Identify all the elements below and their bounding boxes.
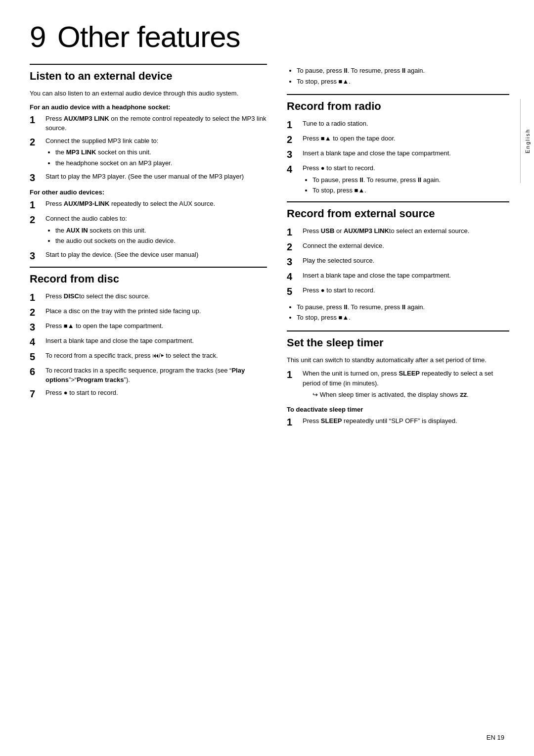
section-sleep-timer: Set the sleep timer: [287, 331, 509, 349]
list-item: 1 Tune to a radio station.: [287, 119, 509, 131]
list-item: 4 Insert a blank tape and close the tape…: [287, 271, 509, 283]
step-content: Connect the audio cables to: the AUX IN …: [45, 214, 267, 247]
step-content: Start to play the device. (See the devic…: [45, 250, 267, 260]
list-item: 1 Press DISCto select the disc source.: [30, 291, 267, 303]
step-number: 2: [30, 214, 44, 226]
sleep-steps-list: 1 When the unit is turned on, press SLEE…: [287, 369, 509, 401]
step-content: Press ● to start to record.: [45, 388, 267, 398]
list-item: 4 Insert a blank tape and close the tape…: [30, 336, 267, 348]
bullet-list: the AUX IN sockets on this unit. the aud…: [45, 226, 267, 246]
list-item: 1 Press SLEEP repeatedly until “SLP OFF”…: [287, 416, 509, 428]
left-column: Listen to an external device You can als…: [30, 64, 267, 433]
step-number: 1: [30, 291, 44, 303]
list-item: 3 Insert a blank tape and close the tape…: [287, 148, 509, 160]
step-number: 1: [287, 369, 301, 380]
step-content: Insert a blank tape and close the tape c…: [45, 336, 267, 346]
list-item: 4 Press ● to start to record. To pause, …: [287, 163, 509, 196]
list-item: 1 Press AUX/MP3-LINK repeatedly to selec…: [30, 199, 267, 211]
top-bullets: To pause, press II. To resume, press II …: [287, 66, 509, 86]
step-content: Press ■▲ to open the tape door.: [303, 134, 509, 143]
step-content: Press ■▲ to open the tape compartment.: [45, 321, 267, 331]
other-audio-steps-list: 1 Press AUX/MP3-LINK repeatedly to selec…: [30, 199, 267, 262]
step-number: 6: [30, 366, 44, 378]
step-number: 2: [287, 241, 301, 253]
radio-steps-list: 1 Tune to a radio station. 2 Press ■▲ to…: [287, 119, 509, 196]
list-item: 2 Place a disc on the tray with the prin…: [30, 306, 267, 318]
chapter-title: Other features: [57, 20, 240, 53]
list-item: 5 Press ● to start to record.: [287, 285, 509, 297]
deactivate-label: To deactivate sleep timer: [287, 406, 509, 413]
step-content: Connect the external device.: [303, 241, 509, 251]
step-content: Press ● to start to record.: [303, 285, 509, 295]
other-audio-label: For other audio devices:: [30, 189, 267, 196]
list-item: To stop, press ■▲.: [297, 313, 509, 323]
step-number: 2: [30, 306, 44, 318]
list-item: the headphone socket on an MP3 player.: [55, 158, 267, 168]
step-number: 1: [287, 416, 301, 428]
step-number: 3: [287, 256, 301, 268]
list-item: 3 Press ■▲ to open the tape compartment.: [30, 321, 267, 333]
sub-bullet-list: When sleep timer is activated, the displ…: [303, 390, 509, 400]
list-item: the MP3 LINK socket on this unit.: [55, 147, 267, 157]
list-item: To pause, press II. To resume, press II …: [297, 302, 509, 312]
section-record-disc: Record from disc: [30, 267, 267, 285]
step-content: Press USB or AUX/MP3 LINKto select an ex…: [303, 226, 509, 236]
list-item: 3 Start to play the MP3 player. (See the…: [30, 172, 267, 184]
step-content: Insert a blank tape and close the tape c…: [303, 148, 509, 158]
step-number: 1: [30, 114, 44, 126]
deactivate-steps-list: 1 Press SLEEP repeatedly until “SLP OFF”…: [287, 416, 509, 428]
step-content: Press SLEEP repeatedly until “SLP OFF” i…: [303, 416, 509, 426]
step-content: To record from a specific track, press ⏮…: [45, 351, 267, 361]
step-number: 1: [30, 199, 44, 211]
list-item: To pause, press II. To resume, press II …: [297, 66, 509, 76]
sidebar-label: English: [525, 129, 531, 153]
disc-steps-list: 1 Press DISCto select the disc source. 2…: [30, 291, 267, 400]
list-item: 1 Press USB or AUX/MP3 LINKto select an …: [287, 226, 509, 238]
chapter-number: 9: [30, 20, 45, 53]
bullet-list: To pause, press II. To resume, press II …: [303, 175, 509, 195]
external-bullets: To pause, press II. To resume, press II …: [287, 302, 509, 323]
step-content: Press AUX/MP3 LINK on the remote control…: [45, 114, 267, 133]
step-number: 3: [30, 250, 44, 262]
headphone-socket-label: For an audio device with a headphone soc…: [30, 103, 267, 111]
listen-intro: You can also listen to an external audio…: [30, 89, 267, 98]
list-item: To stop, press ■▲.: [312, 186, 509, 195]
section-record-radio: Record from radio: [287, 94, 509, 113]
right-column: To pause, press II. To resume, press II …: [287, 64, 509, 433]
step-number: 2: [287, 134, 301, 145]
step-content: To record tracks in a specific sequence,…: [45, 366, 267, 385]
page-footer: EN 19: [487, 734, 504, 741]
step-number: 3: [30, 321, 44, 333]
headphone-steps-list: 1 Press AUX/MP3 LINK on the remote contr…: [30, 114, 267, 184]
list-item: To stop, press ■▲.: [297, 77, 509, 87]
list-item: 2 Connect the external device.: [287, 241, 509, 253]
step-content: Press DISCto select the disc source.: [45, 291, 267, 301]
list-item: the audio out sockets on the audio devic…: [55, 236, 267, 246]
step-number: 5: [30, 351, 44, 363]
list-item: To pause, press II. To resume, press II …: [312, 175, 509, 185]
step-number: 5: [287, 285, 301, 297]
list-item: 5 To record from a specific track, press…: [30, 351, 267, 363]
list-item: 2 Connect the supplied MP3 link cable to…: [30, 136, 267, 169]
section-record-external: Record from external source: [287, 201, 509, 220]
list-item: 1 Press AUX/MP3 LINK on the remote contr…: [30, 114, 267, 133]
step-number: 3: [30, 172, 44, 184]
step-content: Press AUX/MP3-LINK repeatedly to select …: [45, 199, 267, 209]
step-number: 4: [287, 271, 301, 283]
list-item: 2 Press ■▲ to open the tape door.: [287, 134, 509, 145]
list-item: 6 To record tracks in a specific sequenc…: [30, 366, 267, 385]
step-number: 4: [287, 163, 301, 175]
step-content: Connect the supplied MP3 link cable to: …: [45, 136, 267, 169]
list-item: 3 Play the selected source.: [287, 256, 509, 268]
step-content: Press ● to start to record. To pause, pr…: [303, 163, 509, 196]
step-number: 1: [287, 119, 301, 131]
list-item: When sleep timer is activated, the displ…: [312, 390, 509, 400]
list-item: the AUX IN sockets on this unit.: [55, 226, 267, 236]
page-title: 9 Other features: [30, 20, 509, 54]
step-number: 2: [30, 136, 44, 148]
step-number: 1: [287, 226, 301, 238]
step-content: Start to play the MP3 player. (See the u…: [45, 172, 267, 182]
step-content: Play the selected source.: [303, 256, 509, 266]
section-listen-external: Listen to an external device: [30, 64, 267, 83]
bullet-list: the MP3 LINK socket on this unit. the he…: [45, 147, 267, 168]
